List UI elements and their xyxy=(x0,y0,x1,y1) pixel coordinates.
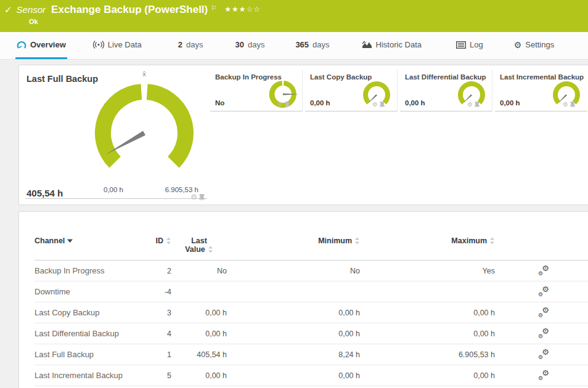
column-header-id[interactable]: ID xyxy=(152,236,171,245)
pin-icon[interactable] xyxy=(570,102,575,108)
tab-30-days[interactable]: 30days xyxy=(234,32,266,59)
sort-icon xyxy=(166,237,171,245)
sort-icon xyxy=(489,237,495,245)
tab-overview[interactable]: Overview xyxy=(15,32,67,59)
table-row: Last Differential Backup 4 0,00 h 0,00 h… xyxy=(35,323,588,344)
channel-last-value: 0,00 h xyxy=(171,371,227,380)
tab-settings[interactable]: ⚙ Settings xyxy=(513,32,556,59)
channel-table-header: Channel ID Last Value Minimum xyxy=(35,236,588,261)
gauge-panel-last-full-backup: Last Full Backup x̄ 0,00 h 6.905,53 h 40… xyxy=(25,70,207,199)
channel-maximum: Yes xyxy=(360,267,495,275)
channel-id: 5 xyxy=(152,371,171,380)
channel-id: 3 xyxy=(152,309,171,317)
gauge-panel-last-incremental-backup: Last Incremental Backup 0,00 h ⚙ xyxy=(495,70,587,111)
table-row: Backup In Progress 2 No No Yes ⚙ ⚙ xyxy=(35,261,588,281)
column-header-last-value[interactable]: Last Value xyxy=(171,236,227,254)
gauge-icon xyxy=(17,41,27,49)
channel-last-value: 0,00 h xyxy=(171,309,227,317)
channel-minimum: 8,24 h xyxy=(227,350,360,359)
sensor-title: Exchange Backup (PowerShell) xyxy=(51,4,208,16)
table-row: Downtime -4 ⚙ ⚙ xyxy=(35,281,588,302)
column-header-channel[interactable]: Channel xyxy=(35,236,152,245)
channel-name-link[interactable]: Last Full Backup xyxy=(35,350,152,359)
channel-name-link[interactable]: Backup In Progress xyxy=(35,266,152,275)
tab-log[interactable]: Log xyxy=(455,32,484,59)
channel-maximum: 0,00 h xyxy=(360,329,495,338)
status-check-icon: ✓ xyxy=(4,4,12,16)
channel-id: 2 xyxy=(152,267,171,275)
tab-label: Live Data xyxy=(108,40,142,49)
channel-maximum: 0,00 h xyxy=(360,371,495,380)
gauge-panel-last-differential-backup: Last Differential Backup 0,00 h ⚙ xyxy=(400,70,492,111)
average-marker: x̄ xyxy=(142,70,146,78)
tab-historic-data[interactable]: Historic Data xyxy=(361,32,423,59)
gauge-settings-gear-icon[interactable]: ⚙ xyxy=(277,101,283,108)
sensor-status-badge: Ok xyxy=(29,18,38,25)
gear-icon: ⚙ xyxy=(514,41,522,49)
pin-icon[interactable] xyxy=(285,102,290,108)
gauge-panel-backup-in-progress: Backup In Progress No ⚙ xyxy=(210,70,303,111)
channel-settings-icon[interactable]: ⚙ ⚙ xyxy=(538,328,549,337)
channel-name-link[interactable]: Downtime xyxy=(35,287,152,296)
sort-icon xyxy=(208,246,213,253)
gauge-value: No xyxy=(215,99,224,107)
pin-icon[interactable] xyxy=(380,102,385,108)
channel-minimum: 0,00 h xyxy=(227,309,360,317)
channel-minimum: 0,00 h xyxy=(227,329,360,338)
sensor-header: ✓ Sensor Exchange Backup (PowerShell) ⚐ … xyxy=(0,0,588,32)
column-header-minimum[interactable]: Minimum xyxy=(227,236,360,245)
tab-live-data[interactable]: Live Data xyxy=(92,32,143,59)
gauge-value: 0,00 h xyxy=(310,99,330,107)
gauge-value: 405,54 h xyxy=(27,188,63,198)
gauge-settings-gear-icon[interactable]: ⚙ xyxy=(563,101,568,108)
gauge-panel-last-copy-backup: Last Copy Backup 0,00 h ⚙ xyxy=(305,70,398,111)
channel-settings-icon[interactable]: ⚙ ⚙ xyxy=(538,349,549,358)
gauge-value: 0,00 h xyxy=(405,99,425,107)
channel-name-link[interactable]: Last Copy Backup xyxy=(35,308,152,317)
channel-last-value: 405,54 h xyxy=(171,350,227,359)
channel-settings-icon[interactable]: ⚙ ⚙ xyxy=(538,307,549,317)
live-data-icon xyxy=(93,41,104,49)
gauge-needle xyxy=(283,94,299,95)
gauge-settings-gear-icon[interactable]: ⚙ xyxy=(372,101,378,108)
channel-id: 4 xyxy=(152,329,171,338)
tab-bar: Overview Live Data 2days 30days 365days … xyxy=(0,32,588,60)
channel-settings-icon[interactable]: ⚙ ⚙ xyxy=(538,370,549,379)
tab-label: Log xyxy=(470,40,483,49)
tab-label: Historic Data xyxy=(376,40,422,49)
tab-2-days[interactable]: 2days xyxy=(177,32,205,59)
channel-minimum: No xyxy=(227,267,360,275)
channel-id: -4 xyxy=(152,288,171,296)
tab-365-days[interactable]: 365days xyxy=(294,32,330,59)
pin-icon[interactable] xyxy=(475,102,480,108)
gauges-card: Last Full Backup x̄ 0,00 h 6.905,53 h 40… xyxy=(18,65,588,205)
gauge-value: 0,00 h xyxy=(500,99,520,107)
channel-minimum: 0,00 h xyxy=(227,371,360,380)
tab-label: Overview xyxy=(30,40,66,49)
table-row: Last Incremental Backup 5 0,00 h 0,00 h … xyxy=(35,365,588,386)
log-icon xyxy=(456,41,466,49)
gauge-min-label: 0,00 h xyxy=(104,186,123,193)
channel-last-value: 0,00 h xyxy=(171,329,227,338)
channel-settings-icon[interactable]: ⚙ ⚙ xyxy=(538,286,549,296)
priority-stars[interactable]: ★★★☆☆ xyxy=(224,5,261,14)
channel-name-link[interactable]: Last Differential Backup xyxy=(35,329,152,338)
object-kind-label: Sensor xyxy=(17,4,46,16)
table-row: Last Copy Backup 3 0,00 h 0,00 h 0,00 h … xyxy=(35,302,588,323)
table-row: Last Full Backup 1 405,54 h 8,24 h 6.905… xyxy=(35,344,588,365)
sort-icon xyxy=(354,237,360,245)
tab-label: Settings xyxy=(525,40,554,49)
pin-icon[interactable] xyxy=(199,194,205,201)
gauge-last-full-backup: x̄ xyxy=(83,68,206,192)
channel-maximum: 0,00 h xyxy=(360,309,495,317)
channel-name-link[interactable]: Last Incremental Backup xyxy=(35,371,152,380)
channel-table: Channel ID Last Value Minimum xyxy=(19,212,588,386)
channel-table-body: Backup In Progress 2 No No Yes ⚙ ⚙ Downt… xyxy=(35,261,588,386)
column-header-maximum[interactable]: Maximum xyxy=(360,236,495,245)
page-content: Last Full Backup x̄ 0,00 h 6.905,53 h 40… xyxy=(0,60,588,388)
gauge-settings-gear-icon[interactable]: ⚙ xyxy=(467,101,473,108)
channel-settings-icon[interactable]: ⚙ ⚙ xyxy=(538,265,549,275)
historic-data-icon xyxy=(362,41,372,49)
gauge-settings-gear-icon[interactable]: ⚙ xyxy=(190,193,197,201)
flag-icon[interactable]: ⚐ xyxy=(211,4,217,12)
